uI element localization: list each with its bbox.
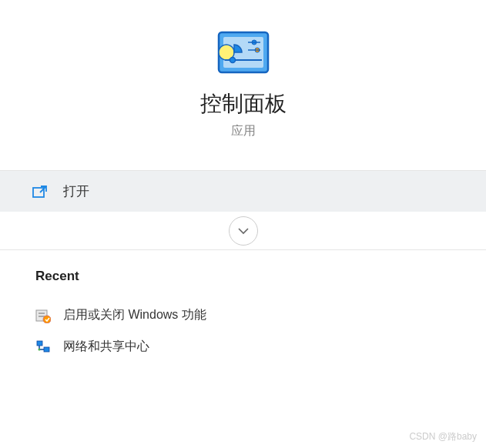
svg-point-7 — [230, 58, 235, 63]
app-title: 控制面板 — [15, 89, 471, 119]
watermark: CSDN @路baby — [409, 430, 477, 443]
chevron-down-icon — [237, 227, 250, 235]
control-panel-icon — [217, 31, 270, 74]
open-button[interactable]: 打开 — [0, 171, 486, 212]
open-icon — [32, 185, 48, 199]
recent-item-network-sharing[interactable]: 网络和共享中心 — [35, 331, 451, 363]
expand-row — [0, 212, 486, 250]
svg-rect-13 — [37, 341, 42, 346]
open-label: 打开 — [63, 182, 89, 200]
svg-rect-14 — [44, 347, 49, 352]
app-header: 控制面板 应用 — [0, 0, 486, 162]
windows-features-icon — [35, 308, 51, 323]
svg-point-15 — [39, 348, 41, 350]
svg-rect-10 — [39, 313, 45, 314]
expand-button[interactable] — [229, 216, 258, 246]
recent-item-windows-features[interactable]: 启用或关闭 Windows 功能 — [35, 299, 451, 331]
recent-item-label: 网络和共享中心 — [63, 339, 149, 355]
svg-point-12 — [43, 316, 51, 323]
recent-item-label: 启用或关闭 Windows 功能 — [63, 307, 206, 323]
recent-heading: Recent — [35, 269, 451, 284]
recent-section: Recent 启用或关闭 Windows 功能 网络和共享中心 — [0, 250, 486, 375]
app-category: 应用 — [15, 123, 471, 139]
network-sharing-icon — [35, 339, 51, 355]
svg-rect-8 — [33, 188, 44, 197]
